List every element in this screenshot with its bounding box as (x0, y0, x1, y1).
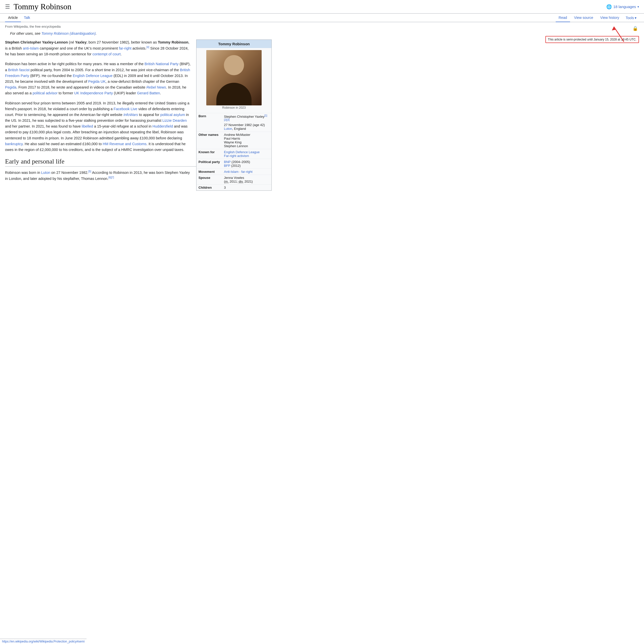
left-tabs: Article Talk (5, 14, 33, 22)
semi-protection-lock-icon: 🔒 (632, 26, 638, 31)
far-right-link-p1[interactable]: far-right (119, 46, 132, 50)
party-label: Political party (196, 159, 222, 169)
infobox-row-spouse: Spouse Jenna Vowles(m. 2011; div. 2021) (196, 175, 271, 184)
infowars-link[interactable]: InfoWars (124, 113, 138, 117)
hatnote: For other uses, see Tommy Robinson (disa… (5, 31, 272, 35)
infobox-table: Born Stephen Christopher Yaxley[1][2][3]… (196, 113, 271, 190)
tab-read[interactable]: Read (556, 14, 570, 22)
othernames-label: Other names (196, 132, 222, 149)
infobox-row-children: Children 3 (196, 184, 271, 190)
anti-islam-link[interactable]: Anti-Islam (224, 170, 238, 174)
tab-view-history[interactable]: View history (597, 14, 622, 22)
ukip-link[interactable]: UK Independence Party (74, 91, 113, 95)
infobox-row-party: Political party BNP (2004–2005) BFP (201… (196, 159, 271, 169)
huddersfield-link[interactable]: Huddersfield (152, 124, 173, 128)
translate-icon: 🌐 (606, 4, 612, 10)
born-label: Born (196, 113, 222, 132)
british-fascist-link[interactable]: British fascist (8, 68, 29, 72)
bnp-link-p2[interactable]: British National Party (144, 62, 178, 66)
main-content: From Wikipedia, the free encyclopedia Fo… (0, 22, 277, 197)
children-label: Children (196, 184, 222, 190)
lizzie-dearden-link[interactable]: Lizzie Dearden (162, 118, 187, 123)
hmrc-link[interactable]: HM Revenue and Customs (103, 142, 146, 146)
contempt-of-court-link[interactable]: contempt of court (92, 52, 120, 56)
tools-chevron-icon: ▾ (635, 16, 636, 20)
tab-article[interactable]: Article (5, 14, 21, 22)
othernames-value: Andrew McMasterPaul HarrisWayne KingStep… (222, 132, 271, 149)
knownfor-label: Known for (196, 149, 222, 159)
infobox-row-othernames: Other names Andrew McMasterPaul HarrisWa… (196, 132, 271, 149)
hamburger-menu-icon[interactable]: ☰ (5, 4, 10, 10)
language-button[interactable]: 🌐 18 languages ▾ (606, 4, 639, 10)
infobox-row-born: Born Stephen Christopher Yaxley[1][2][3]… (196, 113, 271, 132)
political-advisor-link[interactable]: political advisor (33, 91, 58, 95)
pegida-uk-link[interactable]: Pegida UK (88, 79, 106, 84)
movement-value: Anti-Islam · far-right (222, 169, 271, 175)
knownfor-value: English Defence League Far-right activis… (222, 149, 271, 159)
protection-arrow (609, 24, 629, 44)
born-value: Stephen Christopher Yaxley[1][2][3] 27 N… (222, 113, 271, 132)
infobox-row-knownfor: Known for English Defence League Far-rig… (196, 149, 271, 159)
tab-view-source[interactable]: View source (571, 14, 596, 22)
article-content: From Wikipedia, the free encyclopedia Fo… (5, 25, 272, 195)
tab-talk[interactable]: Talk (21, 14, 33, 22)
movement-label: Movement (196, 169, 222, 175)
page-title: Tommy Robinson (14, 2, 606, 11)
infobox-title: Tommy Robinson (196, 40, 271, 48)
chevron-down-icon: ▾ (637, 5, 639, 9)
spouse-label: Spouse (196, 175, 222, 184)
person-photo-image (206, 50, 262, 105)
libelled-link[interactable]: libelled (82, 124, 93, 128)
pegida-link[interactable]: Pegida (5, 85, 16, 89)
spouse-value: Jenna Vowles(m. 2011; div. 2021) (222, 175, 271, 184)
tools-dropdown[interactable]: Tools ▾ (623, 14, 639, 22)
infobox: Tommy Robinson Robinson in 2023 Born Ste… (196, 39, 272, 191)
bankruptcy-link[interactable]: bankruptcy (5, 142, 23, 146)
bnp-link[interactable]: BNP (224, 160, 231, 164)
right-tabs: Read View source View history Tools ▾ (556, 14, 639, 22)
bfp-link[interactable]: BFP (224, 164, 230, 168)
gerard-batten-link[interactable]: Gerard Batten (137, 91, 160, 95)
edl-link-p2[interactable]: English Defence League (73, 74, 112, 78)
far-right-link[interactable]: far-right (241, 170, 253, 174)
tab-bar: Article Talk Read View source View histo… (0, 14, 644, 22)
political-asylum-link[interactable]: political asylum (160, 113, 185, 117)
anti-islam-link-p1[interactable]: anti-Islam (23, 46, 39, 50)
infobox-row-movement: Movement Anti-Islam · far-right (196, 169, 271, 175)
rebel-news-link[interactable]: Rebel News (146, 85, 166, 89)
luton-link[interactable]: Luton (224, 127, 232, 131)
lang-count-label: 18 languages (613, 5, 636, 9)
luton-link-p4[interactable]: Luton (41, 171, 50, 175)
party-value: BNP (2004–2005) BFP (2012) (222, 159, 271, 169)
photo-caption: Robinson in 2023 (198, 105, 269, 111)
page-header: ☰ Tommy Robinson 🌐 18 languages ▾ (0, 0, 644, 14)
children-value: 3 (222, 184, 271, 190)
disambiguation-link[interactable]: Tommy Robinson (disambiguation) (42, 31, 96, 35)
farright-activism-link[interactable]: Far-right activism (224, 154, 249, 158)
edl-link-infobox[interactable]: English Defence League (224, 150, 260, 154)
from-wikipedia-label: From Wikipedia, the free encyclopedia (5, 25, 272, 28)
infobox-photo: Robinson in 2023 (196, 48, 271, 113)
facebook-live-link[interactable]: Facebook Live (114, 107, 137, 111)
